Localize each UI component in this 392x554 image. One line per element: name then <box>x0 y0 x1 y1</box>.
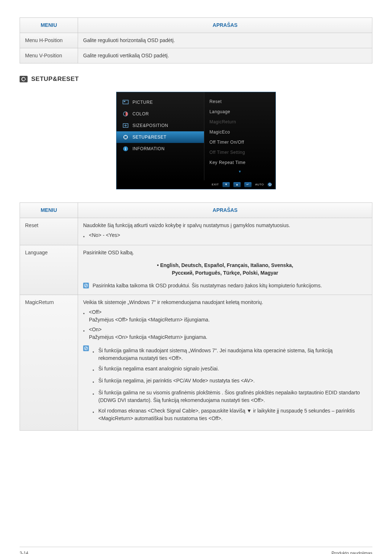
languages-list-1: • English, Deutsch, Español, Français, I… <box>83 262 367 269</box>
osd-footer: EXIT ▼ ▲ ↵ AUTO ⏻ <box>117 180 275 189</box>
osd-item-color[interactable]: COLOR <box>117 108 204 120</box>
bullet-icon <box>83 231 85 241</box>
osd-power-button[interactable]: ⏻ <box>268 182 272 187</box>
table-header-desc: APRAŠAS <box>78 18 372 33</box>
reset-options-text: <No> - <Yes> <box>89 231 120 241</box>
magicreturn-off-desc: Pažymėjus <Off> funkcija <MagicReturn> i… <box>89 316 210 324</box>
osd-item-setup-reset[interactable]: SETUP&RESET <box>117 131 204 143</box>
reset-description: Naudokite šią funkciją atkurti vaizdo ko… <box>83 222 367 229</box>
page-number: 3-14 <box>20 550 28 554</box>
osd-enter-button[interactable]: ↵ <box>244 182 252 187</box>
magicreturn-description: Veikia tik sistemoje „Windows 7" ir reko… <box>83 299 367 306</box>
row-desc-magicreturn: Veikia tik sistemoje „Windows 7" ir reko… <box>78 295 372 431</box>
bullet-icon <box>93 407 95 422</box>
table-header-menu: MENIU <box>20 203 78 218</box>
magicreturn-note-4: Ši funkcija galima ne su visomis grafinė… <box>98 389 367 404</box>
bullet-icon <box>93 365 95 374</box>
row-label-reset: Reset <box>20 218 78 245</box>
bullet-icon <box>93 347 95 362</box>
setup-reset-nav-icon <box>122 134 129 140</box>
osd-auto-label: AUTO <box>255 182 264 187</box>
footer-title: Produkto naudojimas <box>331 550 372 554</box>
section-title: SETUP&RESET <box>31 74 79 84</box>
svg-rect-1 <box>124 101 126 102</box>
bullet-icon <box>93 389 95 404</box>
table-header-desc: APRAŠAS <box>78 203 372 218</box>
osd-item-size-position[interactable]: SIZE&POSITION <box>117 120 204 131</box>
osd-item-information[interactable]: i INFORMATION <box>117 143 204 155</box>
osd-exit-label: EXIT <box>212 182 219 187</box>
osd-sub-magiceco[interactable]: MagicEco <box>209 127 270 137</box>
row-desc: Galite reguliuoti vertikalią OSD padėtį. <box>78 48 372 63</box>
table-row: Menu V-Position Galite reguliuoti vertik… <box>20 48 372 63</box>
osd-item-label: SETUP&RESET <box>132 134 167 140</box>
svg-text:i: i <box>125 146 126 151</box>
magicreturn-on-desc: Pažymėjus <On> funkcija <MagicReturn> įj… <box>89 333 207 341</box>
row-label-magicreturn: MagicReturn <box>20 295 78 431</box>
table-row: Language Pasirinkite OSD kalbą. • Englis… <box>20 245 372 295</box>
bullet-icon <box>83 308 85 324</box>
row-desc: Galite reguliuoti horizontalią OSD padėt… <box>78 33 372 48</box>
osd-sub-key-repeat[interactable]: Key Repeat Time <box>209 157 270 168</box>
settings-table: MENIU APRAŠAS Reset Naudokite šią funkci… <box>20 202 372 431</box>
osd-item-picture[interactable]: PICTURE <box>117 97 204 108</box>
position-table: MENIU APRAŠAS Menu H-Position Galite reg… <box>20 17 372 63</box>
osd-screenshot: PICTURE COLOR SIZE&POSITION <box>20 92 372 190</box>
magicreturn-off-title: <Off> <box>89 308 210 316</box>
row-label: Menu V-Position <box>20 48 78 63</box>
scroll-down-icon[interactable]: ▼ <box>209 168 270 176</box>
information-icon: i <box>122 146 129 151</box>
row-label-language: Language <box>20 245 78 295</box>
note-icon <box>83 345 89 351</box>
row-desc-language: Pasirinkite OSD kalbą. • English, Deutsc… <box>78 245 372 295</box>
section-header: SETUP&RESET <box>20 74 372 84</box>
languages-list-2: Русский, Português, Türkçe, Polski, Magy… <box>83 269 367 277</box>
magicreturn-note-3: Ši funkcija negalima, jei parinktis <PC/… <box>98 377 255 386</box>
osd-nav-left: PICTURE COLOR SIZE&POSITION <box>117 92 204 181</box>
row-desc-reset: Naudokite šią funkciją atkurti vaizdo ko… <box>78 218 372 245</box>
osd-submenu: Reset Language MagicReturn MagicEco Off … <box>204 92 275 181</box>
bullet-icon <box>83 326 85 341</box>
magicreturn-on-title: <On> <box>89 326 207 333</box>
osd-item-label: INFORMATION <box>132 145 165 152</box>
size-position-icon <box>122 123 129 128</box>
page-footer: 3-14 Produkto naudojimas <box>20 547 372 554</box>
osd-sub-language[interactable]: Language <box>209 107 270 117</box>
osd-sub-offtimer-setting: Off Timer Setting <box>209 147 270 157</box>
table-header-menu: MENIU <box>20 18 78 33</box>
magicreturn-note-5: Kol rodomas ekranas <Check Signal Cable>… <box>98 407 367 422</box>
osd-sub-magicreturn: MagicReturn <box>209 117 270 127</box>
osd-up-button[interactable]: ▲ <box>233 182 241 187</box>
language-description: Pasirinkite OSD kalbą. <box>83 249 367 257</box>
setup-reset-icon <box>20 76 28 82</box>
row-label: Menu H-Position <box>20 33 78 48</box>
svg-line-10 <box>85 347 87 349</box>
note-icon <box>83 283 89 288</box>
table-row: MagicReturn Veikia tik sistemoje „Window… <box>20 295 372 431</box>
color-icon <box>122 111 129 116</box>
magicreturn-note-1: Ši funkcija galima tik naudojant sistemą… <box>98 347 367 362</box>
table-row: Menu H-Position Galite reguliuoti horizo… <box>20 33 372 48</box>
osd-item-label: SIZE&POSITION <box>132 122 168 129</box>
osd-sub-reset[interactable]: Reset <box>209 97 270 107</box>
picture-icon <box>122 99 129 105</box>
magicreturn-note-2: Ši funkcija negalima esant analoginio si… <box>98 365 219 374</box>
osd-sub-offtimer-onoff[interactable]: Off Timer On/Off <box>209 137 270 147</box>
osd-down-button[interactable]: ▼ <box>222 182 230 187</box>
language-note-text: Pasirinkta kalba taikoma tik OSD produkt… <box>93 282 322 290</box>
svg-line-8 <box>85 284 87 287</box>
table-row: Reset Naudokite šią funkciją atkurti vai… <box>20 218 372 245</box>
bullet-icon <box>93 377 95 386</box>
osd-item-label: PICTURE <box>132 99 153 106</box>
osd-item-label: COLOR <box>132 111 149 117</box>
